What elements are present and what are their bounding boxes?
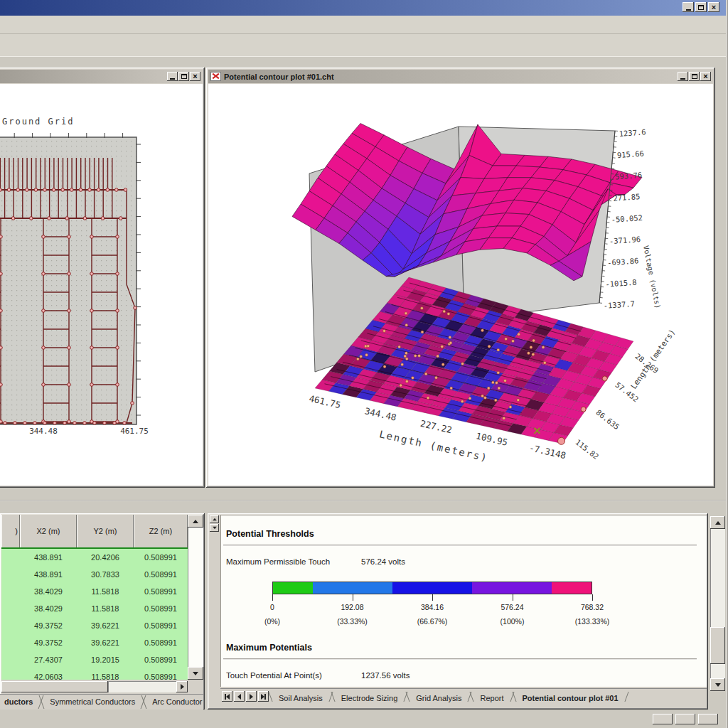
table-cell[interactable]: 0.508991 — [134, 566, 188, 583]
splitter[interactable] — [0, 500, 728, 501]
table-cell[interactable]: 39.6221 — [77, 617, 134, 634]
table-cell[interactable]: 0.508991 — [134, 600, 188, 617]
table-cell[interactable] — [1, 566, 20, 583]
tab-electrode-sizing[interactable]: Electrode Sizing — [333, 691, 407, 702]
table-cell[interactable]: 0.508991 — [134, 617, 188, 634]
table-cell[interactable]: 0.508991 — [134, 634, 188, 651]
app-titlebar[interactable]: × — [0, 0, 728, 16]
table-cell[interactable]: 0.508991 — [134, 668, 188, 680]
scrollbar-thumb[interactable] — [1, 681, 108, 692]
tab-grid-analysis[interactable]: Grid Analysis — [407, 691, 470, 702]
table-cell[interactable]: 438.891 — [20, 549, 77, 566]
window-buttons: × — [678, 72, 711, 81]
table-cell[interactable] — [1, 634, 20, 651]
svg-text:461.75: 461.75 — [120, 427, 149, 436]
scroll-up-button[interactable] — [188, 515, 203, 528]
table-cell[interactable]: 11.5818 — [77, 600, 134, 617]
table-cell[interactable]: 19.2015 — [77, 651, 134, 668]
column-header[interactable]: Y2 (m) — [77, 515, 134, 547]
scroll-right-button[interactable] — [176, 681, 188, 692]
table-body: 438.89120.42060.508991438.89130.78330.50… — [1, 549, 188, 680]
close-button[interactable]: × — [190, 72, 200, 81]
colorbar-value: 768.32 — [581, 603, 604, 611]
close-button[interactable]: × — [708, 2, 719, 12]
tab-ductors[interactable]: ductors — [0, 695, 41, 710]
table-cell[interactable]: 27.4307 — [20, 651, 77, 668]
tab-arc-conductor[interactable]: Arc Conductor — [144, 695, 203, 710]
table-cell[interactable]: 42.0603 — [20, 668, 77, 680]
scroll-up-button[interactable] — [710, 516, 725, 529]
table-row[interactable]: 49.375239.62210.508991 — [1, 617, 188, 634]
table-cell[interactable] — [1, 583, 20, 600]
table-cell[interactable] — [1, 668, 20, 680]
table-row[interactable]: 27.430719.20150.508991 — [1, 651, 188, 668]
table-cell[interactable]: 20.4206 — [77, 549, 134, 566]
table-row[interactable]: 38.402911.58180.508991 — [1, 600, 188, 617]
maximize-button[interactable] — [178, 72, 189, 81]
window-buttons: × — [167, 72, 200, 81]
scroll-down-button[interactable] — [188, 667, 203, 680]
z-tick-label: 271.85 — [613, 192, 641, 203]
z-axis-title: Voltage (volts) — [642, 245, 662, 309]
table-cell[interactable] — [1, 617, 20, 634]
column-header[interactable]: X2 (m) — [20, 515, 77, 547]
z-tick-label: -371.96 — [609, 235, 641, 245]
scrollbar-track[interactable] — [108, 681, 176, 692]
up-arrow-icon — [193, 520, 198, 523]
table-cell[interactable] — [1, 549, 20, 566]
colorbar-tick — [513, 594, 513, 601]
table-cell[interactable]: 30.7833 — [77, 566, 134, 583]
tab-report[interactable]: Report — [471, 691, 512, 702]
minimize-button[interactable] — [678, 72, 688, 81]
minimize-button[interactable] — [167, 72, 178, 81]
tab-symmetrical-conductors[interactable]: Symmetrical Conductors — [41, 695, 144, 710]
nav-first-button[interactable] — [222, 691, 232, 702]
table-row[interactable]: 438.89130.78330.508991 — [1, 566, 188, 583]
field-value: 576.24 volts — [361, 557, 405, 566]
maximize-button[interactable] — [695, 2, 707, 12]
nav-next-button[interactable] — [246, 691, 257, 702]
table-cell[interactable] — [1, 651, 20, 668]
surface-plot: 1237.6915.66593.76271.85-50.052-371.96-6… — [208, 84, 713, 486]
report-vertical-scrollbar[interactable] — [710, 516, 725, 691]
table-cell[interactable]: 49.3752 — [20, 617, 77, 634]
scroll-down-button[interactable] — [710, 678, 725, 691]
scroll-up-button[interactable] — [210, 515, 219, 523]
table-row[interactable]: 42.060311.58180.508991 — [1, 668, 188, 680]
report-mini-scrollbar[interactable] — [209, 515, 221, 687]
maximize-icon — [181, 74, 187, 79]
table-cell[interactable]: 11.5818 — [77, 668, 134, 680]
ground-grid-titlebar[interactable]: × — [0, 70, 203, 83]
table-cell[interactable]: 38.4029 — [20, 600, 77, 617]
column-header[interactable]: Z2 (m) — [134, 515, 188, 547]
table-vertical-scrollbar[interactable] — [188, 515, 203, 680]
colorbar-percent: (133.33%) — [575, 617, 609, 626]
table-cell[interactable]: 39.6221 — [77, 634, 134, 651]
table-cell[interactable]: 11.5818 — [77, 583, 134, 600]
table-cell[interactable] — [1, 600, 20, 617]
table-row[interactable]: 49.375239.62210.508991 — [1, 634, 188, 651]
table-cell[interactable]: 38.4029 — [20, 583, 77, 600]
table-cell[interactable]: 0.508991 — [134, 651, 188, 668]
table-cell[interactable]: 438.891 — [20, 566, 77, 583]
colorbar-tick — [432, 594, 433, 601]
table-cell[interactable]: 0.508991 — [134, 583, 188, 600]
field-value: 1237.56 volts — [361, 671, 410, 680]
close-button[interactable]: × — [700, 72, 711, 81]
x-tick-label: 227.22 — [419, 418, 453, 435]
table-horizontal-scrollbar[interactable] — [1, 681, 188, 692]
minimize-button[interactable] — [682, 2, 694, 12]
table-row[interactable]: 438.89120.42060.508991 — [1, 549, 188, 566]
table-cell[interactable]: 0.508991 — [134, 549, 188, 566]
contour-plot-titlebar[interactable]: Potential contour plot #01.cht × — [208, 70, 713, 83]
maximize-button[interactable] — [689, 72, 700, 81]
table-row[interactable]: 38.402911.58180.508991 — [1, 583, 188, 600]
nav-previous-button[interactable] — [234, 691, 245, 702]
scrollbar-thumb[interactable] — [710, 627, 725, 664]
nav-last-button[interactable] — [258, 691, 269, 702]
tab-soil-analysis[interactable]: Soil Analysis — [270, 691, 331, 702]
column-header[interactable]: ) — [1, 515, 20, 547]
tab-potential-contour-plot-01[interactable]: Potential contour plot #01 — [514, 691, 627, 702]
table-cell[interactable]: 49.3752 — [20, 634, 77, 651]
scroll-down-button[interactable] — [210, 524, 219, 532]
